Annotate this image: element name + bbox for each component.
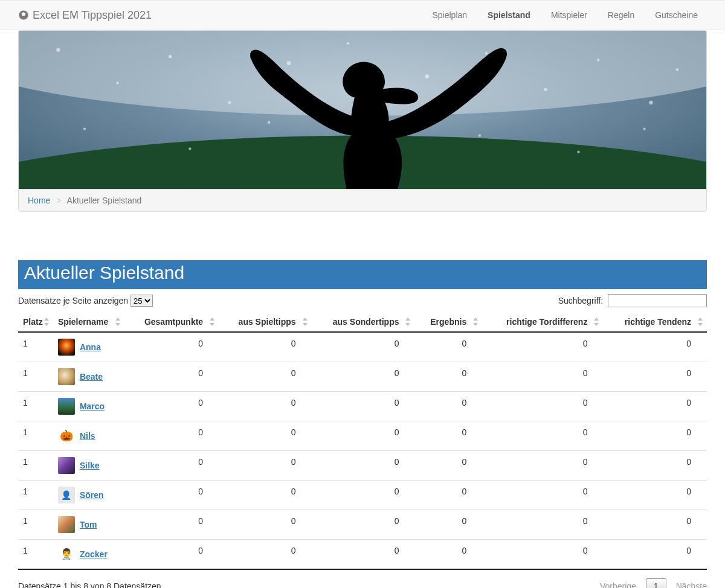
breadcrumb-home[interactable]: Home bbox=[28, 196, 50, 205]
cell-value: 0 bbox=[482, 392, 603, 421]
col-3[interactable]: aus Spieltipps bbox=[219, 312, 311, 332]
cell-rank: 1 bbox=[18, 421, 53, 451]
nav-regeln[interactable]: Regeln bbox=[599, 5, 643, 25]
sort-icon bbox=[405, 318, 411, 326]
soccer-ball-icon bbox=[18, 10, 29, 21]
table-row: 1🎃Nils000000 bbox=[18, 421, 707, 451]
length-label: Datensätze je Seite anzeigen bbox=[18, 296, 128, 305]
nav-links: SpielplanSpielstandMitspielerRegelnGutsc… bbox=[423, 5, 707, 25]
cell-player: Marco bbox=[53, 392, 124, 421]
player-link[interactable]: Zocker bbox=[80, 549, 108, 559]
nav-spielplan[interactable]: Spielplan bbox=[423, 5, 476, 25]
col-4[interactable]: aus Sondertipps bbox=[312, 312, 415, 332]
cell-value: 0 bbox=[219, 540, 311, 570]
avatar bbox=[58, 368, 75, 385]
length-control: Datensätze je Seite anzeigen 25 bbox=[18, 295, 153, 307]
svg-marker-26 bbox=[115, 318, 120, 321]
avatar bbox=[58, 398, 75, 415]
cell-value: 0 bbox=[482, 421, 603, 451]
hero-image bbox=[19, 31, 706, 189]
svg-point-16 bbox=[649, 101, 653, 105]
cell-rank: 1 bbox=[18, 481, 53, 510]
cell-player: 👨‍⚕️Zocker bbox=[53, 540, 124, 570]
player-link[interactable]: Silke bbox=[80, 461, 100, 470]
cell-rank: 1 bbox=[18, 362, 53, 392]
brand-text: Excel EM Tippspiel 2021 bbox=[33, 9, 152, 22]
sort-icon bbox=[593, 318, 599, 326]
breadcrumb: Home > Aktueller Spielstand bbox=[19, 189, 706, 211]
scores-table: PlatzSpielernameGesamtpunkteaus Spieltip… bbox=[18, 312, 707, 570]
col-0[interactable]: Platz bbox=[18, 312, 53, 332]
cell-player: 🎃Nils bbox=[53, 421, 124, 451]
svg-marker-36 bbox=[594, 318, 599, 321]
svg-point-13 bbox=[485, 52, 488, 54]
svg-point-15 bbox=[597, 59, 599, 61]
col-5[interactable]: Ergebnis bbox=[414, 312, 482, 332]
cell-value: 0 bbox=[124, 510, 219, 540]
cell-value: 0 bbox=[603, 540, 707, 570]
cell-rank: 1 bbox=[18, 332, 53, 362]
col-1[interactable]: Spielername bbox=[53, 312, 124, 332]
svg-marker-30 bbox=[303, 318, 308, 321]
table-footer: Datensätze 1 bis 8 von 8 Datensätzen Vor… bbox=[18, 570, 707, 588]
col-7[interactable]: richtige Tendenz bbox=[603, 312, 707, 332]
breadcrumb-current: Aktueller Spielstand bbox=[67, 196, 142, 205]
cell-value: 0 bbox=[124, 332, 219, 362]
player-link[interactable]: Sören bbox=[80, 490, 104, 500]
table-controls: Datensätze je Seite anzeigen 25 Suchbegr… bbox=[18, 289, 707, 312]
nav-spielstand[interactable]: Spielstand bbox=[478, 5, 540, 25]
avatar: 🎃 bbox=[58, 427, 75, 444]
player-link[interactable]: Marco bbox=[80, 401, 105, 411]
search-input[interactable] bbox=[608, 294, 707, 307]
player-link[interactable]: Beate bbox=[80, 372, 103, 382]
cell-value: 0 bbox=[414, 421, 482, 451]
pager-page-1[interactable]: 1 bbox=[646, 578, 666, 588]
player-link[interactable]: Nils bbox=[80, 431, 95, 441]
cell-player: Tom bbox=[53, 510, 124, 540]
table-row: 1👤Sören000000 bbox=[18, 481, 707, 510]
svg-marker-33 bbox=[405, 323, 410, 326]
length-select[interactable]: 25 bbox=[130, 295, 153, 307]
svg-marker-39 bbox=[698, 323, 703, 326]
breadcrumb-separator: > bbox=[56, 196, 61, 205]
sort-icon bbox=[115, 318, 121, 326]
svg-marker-32 bbox=[405, 318, 410, 321]
svg-marker-37 bbox=[594, 323, 599, 326]
cell-value: 0 bbox=[312, 362, 415, 392]
col-2[interactable]: Gesamtpunkte bbox=[124, 312, 219, 332]
svg-point-17 bbox=[676, 68, 678, 71]
cell-player: Beate bbox=[53, 362, 124, 392]
cell-value: 0 bbox=[219, 451, 311, 481]
cell-value: 0 bbox=[414, 451, 482, 481]
hero-panel: Home > Aktueller Spielstand bbox=[18, 30, 707, 212]
brand[interactable]: Excel EM Tippspiel 2021 bbox=[18, 9, 152, 22]
svg-marker-29 bbox=[210, 323, 214, 326]
sort-icon bbox=[209, 318, 215, 326]
cell-player: Silke bbox=[53, 451, 124, 481]
nav-mitspieler[interactable]: Mitspieler bbox=[542, 5, 596, 25]
svg-point-23 bbox=[643, 127, 645, 130]
cell-player: Anna bbox=[53, 332, 124, 362]
table-row: 1Marco000000 bbox=[18, 392, 707, 421]
nav-gutscheine[interactable]: Gutscheine bbox=[646, 5, 707, 25]
svg-point-12 bbox=[425, 74, 430, 78]
cell-value: 0 bbox=[482, 362, 603, 392]
cell-value: 0 bbox=[124, 392, 219, 421]
cell-value: 0 bbox=[603, 392, 707, 421]
svg-point-7 bbox=[116, 81, 118, 84]
cell-value: 0 bbox=[414, 392, 482, 421]
col-6[interactable]: richtige Tordifferenz bbox=[482, 312, 603, 332]
cell-value: 0 bbox=[312, 332, 415, 362]
cell-value: 0 bbox=[482, 540, 603, 570]
svg-point-10 bbox=[287, 61, 291, 65]
svg-marker-31 bbox=[303, 323, 308, 326]
svg-point-11 bbox=[347, 42, 349, 45]
avatar bbox=[58, 457, 75, 474]
player-link[interactable]: Tom bbox=[80, 520, 97, 529]
pager-prev[interactable]: Vorherige bbox=[600, 581, 636, 588]
pager-next[interactable]: Nächste bbox=[676, 581, 707, 588]
player-link[interactable]: Anna bbox=[80, 342, 101, 352]
table-row: 1Silke000000 bbox=[18, 451, 707, 481]
avatar bbox=[58, 516, 75, 533]
svg-point-8 bbox=[169, 55, 172, 58]
